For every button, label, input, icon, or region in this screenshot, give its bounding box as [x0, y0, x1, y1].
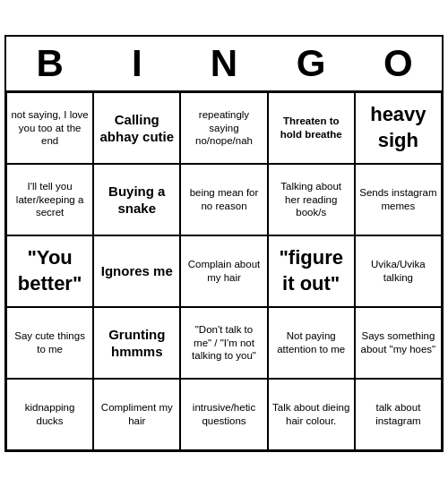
- bingo-cell-18[interactable]: Not paying attention to me: [268, 307, 355, 379]
- bingo-cell-6[interactable]: Buying a snake: [93, 164, 180, 235]
- bingo-grid: not saying, I love you too at the endCal…: [6, 92, 442, 450]
- header-letter-b: B: [10, 42, 90, 85]
- bingo-cell-14[interactable]: Uvika/Uvika talking: [355, 235, 442, 307]
- bingo-cell-11[interactable]: Ignores me: [93, 235, 180, 307]
- bingo-cell-24[interactable]: talk about instagram: [355, 379, 442, 450]
- header-letter-g: G: [271, 42, 351, 85]
- bingo-header: B I N G O: [6, 37, 442, 92]
- bingo-cell-19[interactable]: Says something about "my hoes": [355, 307, 442, 379]
- bingo-cell-15[interactable]: Say cute things to me: [6, 307, 93, 379]
- bingo-cell-5[interactable]: I'll tell you later/keeping a secret: [6, 164, 93, 235]
- bingo-cell-0[interactable]: not saying, I love you too at the end: [6, 92, 93, 164]
- bingo-cell-2[interactable]: repeatingly saying no/nope/nah: [180, 92, 267, 164]
- bingo-cell-17[interactable]: "Don't talk to me" / "I'm not talking to…: [180, 307, 267, 379]
- header-letter-o: O: [358, 42, 438, 85]
- bingo-cell-20[interactable]: kidnapping ducks: [6, 379, 93, 450]
- bingo-card: B I N G O not saying, I love you too at …: [4, 35, 444, 452]
- bingo-cell-22[interactable]: intrusive/hetic questions: [180, 379, 267, 450]
- bingo-cell-3[interactable]: Threaten to hold breathe: [268, 92, 355, 164]
- bingo-cell-4[interactable]: heavy sigh: [355, 92, 442, 164]
- bingo-cell-8[interactable]: Talking about her reading book/s: [268, 164, 355, 235]
- header-letter-n: N: [184, 42, 264, 85]
- bingo-cell-7[interactable]: being mean for no reason: [180, 164, 267, 235]
- bingo-cell-13[interactable]: "figure it out": [268, 235, 355, 307]
- bingo-cell-1[interactable]: Calling abhay cutie: [93, 92, 180, 164]
- bingo-cell-23[interactable]: Talk about dieing hair colour.: [268, 379, 355, 450]
- header-letter-i: I: [97, 42, 177, 85]
- bingo-cell-16[interactable]: Grunting hmmms: [93, 307, 180, 379]
- bingo-cell-12[interactable]: Complain about my hair: [180, 235, 267, 307]
- bingo-cell-21[interactable]: Compliment my hair: [93, 379, 180, 450]
- bingo-cell-9[interactable]: Sends instagram memes: [355, 164, 442, 235]
- bingo-cell-10[interactable]: "You better": [6, 235, 93, 307]
